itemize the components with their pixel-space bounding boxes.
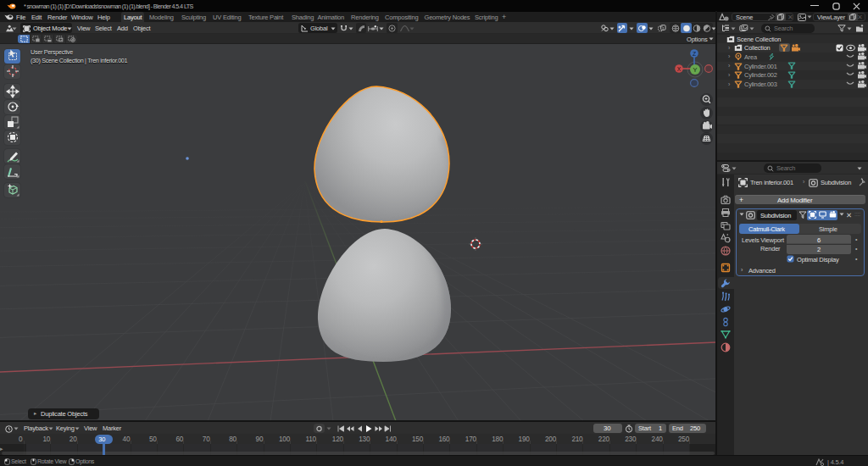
- svg-text:Z: Z: [693, 51, 696, 57]
- svg-text:X: X: [677, 66, 682, 72]
- svg-text:Y: Y: [693, 66, 698, 74]
